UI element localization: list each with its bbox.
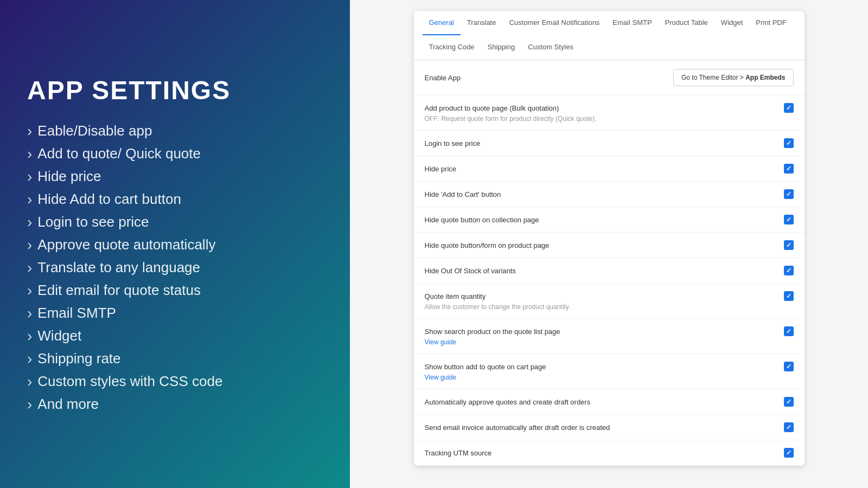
settings-card: GeneralTranslateCustomer Email Notificat… — [414, 11, 805, 466]
setting-label-hide_add_to_cart: Hide 'Add to Cart' button — [425, 190, 501, 198]
feature-item-7: Edit email for quote status — [27, 282, 323, 299]
feature-item-0: Eable/Disable app — [27, 123, 323, 140]
setting-label-hide_price: Hide price — [425, 165, 457, 173]
setting-row-send_email_invoice: Send email invoice automatically after d… — [414, 415, 805, 440]
checkbox-send_email_invoice[interactable] — [784, 422, 794, 432]
checkbox-login_to_see_price[interactable] — [784, 138, 794, 148]
setting-label-tracking_utm: Tracking UTM source — [425, 449, 492, 457]
left-panel: APP SETTINGS Eable/Disable appAdd to quo… — [0, 0, 350, 488]
right-panel: GeneralTranslateCustomer Email Notificat… — [350, 0, 868, 488]
setting-label-login_to_see_price: Login to see price — [425, 139, 481, 147]
setting-row-add_product_quote: Add product to quote page (Bulk quotatio… — [414, 95, 805, 131]
setting-row-hide_price: Hide price — [414, 156, 805, 182]
tab-email-smtp[interactable]: Email SMTP — [606, 11, 658, 35]
setting-row-hide_out_of_stock: Hide Out Of Stock of variants — [414, 258, 805, 284]
feature-item-4: Login to see price — [27, 214, 323, 231]
setting-label-hide_out_of_stock: Hide Out Of Stock of variants — [425, 267, 516, 275]
setting-main-quote_item_quantity: Quote item quantity — [425, 291, 794, 301]
feature-item-9: Widget — [27, 328, 323, 345]
setting-row-auto_approve_quotes: Automatically approve quotes and create … — [414, 389, 805, 415]
feature-item-3: Hide Add to cart button — [27, 191, 323, 208]
setting-main-show_search_product: Show search product on the quote list pa… — [425, 326, 794, 336]
setting-label-hide_quote_product: Hide quote button/form on product page — [425, 241, 550, 249]
tabs-bar: GeneralTranslateCustomer Email Notificat… — [414, 11, 805, 60]
tab-shipping[interactable]: Shipping — [481, 35, 522, 60]
tab-general[interactable]: General — [423, 11, 461, 35]
checkbox-hide_add_to_cart[interactable] — [784, 189, 794, 199]
tab-custom-styles[interactable]: Custom Styles — [521, 35, 580, 60]
setting-label-hide_quote_collection: Hide quote button on collection page — [425, 216, 539, 224]
checkbox-quote_item_quantity[interactable] — [784, 291, 794, 301]
feature-item-6: Translate to any language — [27, 259, 323, 277]
checkbox-add_product_quote[interactable] — [784, 103, 794, 113]
setting-row-hide_quote_collection: Hide quote button on collection page — [414, 207, 805, 233]
view-guide-show_button_cart[interactable]: View guide — [425, 374, 794, 381]
setting-row-show_search_product: Show search product on the quote list pa… — [414, 319, 805, 354]
checkbox-tracking_utm[interactable] — [784, 448, 794, 458]
checkbox-hide_out_of_stock[interactable] — [784, 266, 794, 275]
tab-translate[interactable]: Translate — [461, 11, 503, 35]
checkbox-show_search_product[interactable] — [784, 326, 794, 336]
setting-row-show_button_cart: Show button add to quote on cart pageVie… — [414, 354, 805, 389]
checkbox-show_button_cart[interactable] — [784, 362, 794, 371]
tab-product-table[interactable]: Product Table — [659, 11, 714, 35]
setting-row-hide_quote_product: Hide quote button/form on product page — [414, 233, 805, 258]
app-embeds-bold: App Embeds — [745, 74, 785, 81]
setting-label-show_button_cart: Show button add to quote on cart page — [425, 363, 546, 371]
feature-item-8: Email SMTP — [27, 305, 323, 322]
feature-item-2: Hide price — [27, 168, 323, 185]
tab-widget[interactable]: Widget — [714, 11, 749, 35]
setting-sublabel-add_product_quote: OFF: Request quote form for product dire… — [425, 115, 794, 123]
settings-content: Enable App Go to Theme Editor > App Embe… — [414, 60, 805, 466]
setting-label-auto_approve_quotes: Automatically approve quotes and create … — [425, 398, 591, 406]
feature-item-10: Shipping rate — [27, 350, 323, 368]
setting-row-quote_item_quantity: Quote item quantityAllow the customer to… — [414, 284, 805, 319]
tab-customer-email-notifications[interactable]: Customer Email Notifications — [502, 11, 606, 35]
enable-app-row: Enable App Go to Theme Editor > App Embe… — [414, 60, 805, 95]
theme-editor-button[interactable]: Go to Theme Editor > App Embeds — [673, 69, 794, 86]
setting-label-show_search_product: Show search product on the quote list pa… — [425, 328, 560, 336]
tab-print-pdf[interactable]: Print PDF — [749, 11, 793, 35]
view-guide-show_search_product[interactable]: View guide — [425, 338, 794, 346]
enable-app-label: Enable App — [425, 74, 461, 82]
app-title: APP SETTINGS — [27, 75, 323, 105]
setting-main-add_product_quote: Add product to quote page (Bulk quotatio… — [425, 103, 794, 113]
feature-item-5: Approve quote automatically — [27, 236, 323, 254]
feature-item-12: And more — [27, 396, 323, 413]
setting-label-quote_item_quantity: Quote item quantity — [425, 292, 486, 300]
setting-row-tracking_utm: Tracking UTM source — [414, 440, 805, 466]
setting-row-login_to_see_price: Login to see price — [414, 131, 805, 156]
checkbox-hide_price[interactable] — [784, 164, 794, 174]
checkbox-hide_quote_collection[interactable] — [784, 215, 794, 224]
setting-row-hide_add_to_cart: Hide 'Add to Cart' button — [414, 182, 805, 207]
setting-main-show_button_cart: Show button add to quote on cart page — [425, 362, 794, 371]
checkbox-auto_approve_quotes[interactable] — [784, 397, 794, 407]
feature-item-1: Add to quote/ Quick quote — [27, 145, 323, 163]
settings-rows-container: Add product to quote page (Bulk quotatio… — [414, 95, 805, 466]
setting-label-send_email_invoice: Send email invoice automatically after d… — [425, 423, 610, 432]
tab-tracking-code[interactable]: Tracking Code — [423, 35, 481, 60]
setting-sublabel-quote_item_quantity: Allow the customer to change the product… — [425, 303, 794, 311]
checkbox-hide_quote_product[interactable] — [784, 240, 794, 250]
feature-list: Eable/Disable appAdd to quote/ Quick quo… — [27, 123, 323, 413]
setting-label-add_product_quote: Add product to quote page (Bulk quotatio… — [425, 104, 559, 112]
feature-item-11: Custom styles with CSS code — [27, 373, 323, 390]
